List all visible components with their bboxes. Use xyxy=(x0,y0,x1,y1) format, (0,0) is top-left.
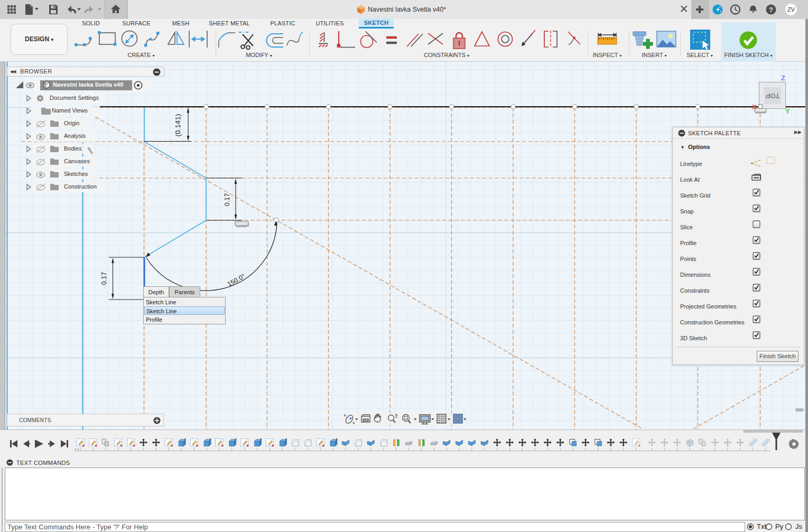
svg-text:Py: Py xyxy=(775,522,784,530)
svg-text:?: ? xyxy=(769,6,773,14)
svg-text:ZV: ZV xyxy=(787,6,795,13)
svg-text:Y: Y xyxy=(785,107,790,115)
svg-text:0.17: 0.17 xyxy=(100,272,108,285)
svg-text:150.0°: 150.0° xyxy=(226,273,247,288)
svg-text:Z: Z xyxy=(781,74,785,82)
svg-text:Js: Js xyxy=(795,522,803,530)
svg-text:Txt: Txt xyxy=(757,522,766,530)
